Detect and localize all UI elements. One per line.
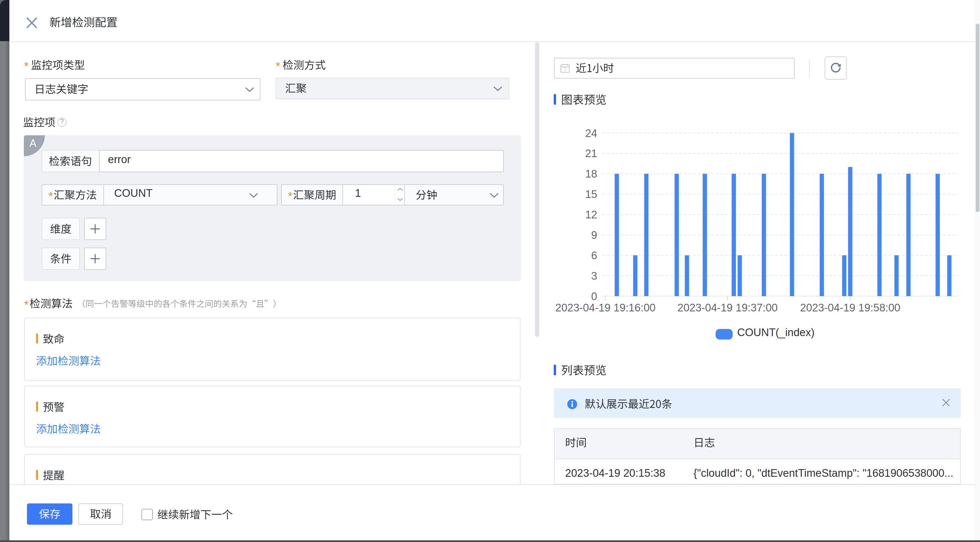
svg-text:3: 3 bbox=[591, 270, 597, 282]
svg-text:0: 0 bbox=[591, 290, 597, 302]
svg-text:18: 18 bbox=[585, 168, 597, 180]
svg-text:2023-04-19 19:16:00: 2023-04-19 19:16:00 bbox=[555, 302, 656, 314]
svg-text:6: 6 bbox=[591, 250, 597, 261]
svg-text:24: 24 bbox=[585, 127, 597, 139]
svg-text:12: 12 bbox=[585, 209, 597, 221]
svg-text:21: 21 bbox=[585, 147, 597, 159]
svg-text:2023-04-19 19:58:00: 2023-04-19 19:58:00 bbox=[800, 302, 900, 314]
svg-text:15: 15 bbox=[585, 188, 597, 200]
svg-text:7: 7 bbox=[564, 67, 566, 72]
svg-text:2023-04-19 19:37:00: 2023-04-19 19:37:00 bbox=[678, 302, 778, 314]
svg-text:9: 9 bbox=[591, 229, 597, 241]
